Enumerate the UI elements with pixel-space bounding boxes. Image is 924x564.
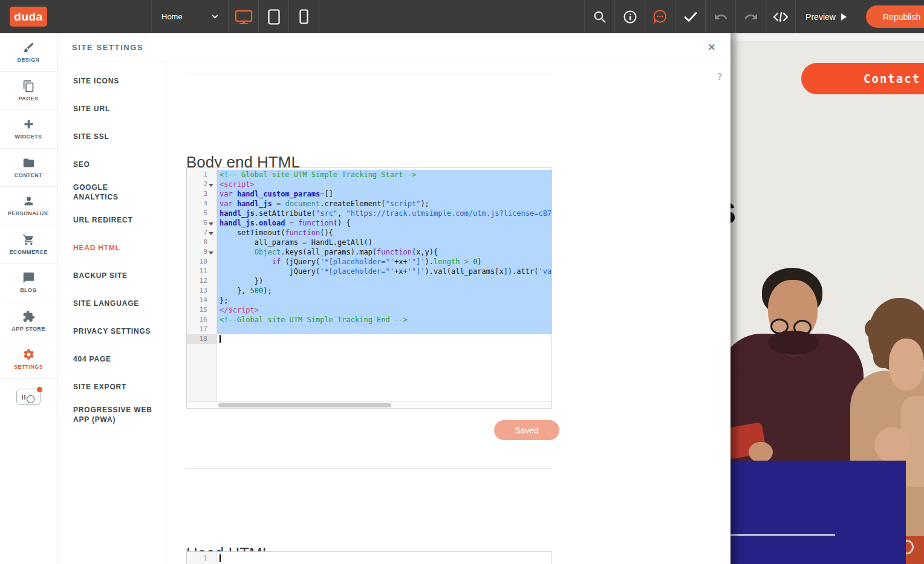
menu-item-pwa[interactable]: PROGRESSIVE WEB APP (PWA) [73, 401, 155, 429]
menu-item-head-html[interactable]: HEAD HTML [73, 234, 155, 262]
line-number: 3 [203, 189, 207, 199]
sidebar-tour-item: II [0, 379, 57, 415]
line-number: 1 [203, 170, 207, 180]
sidebar-item-design[interactable]: DESIGN [0, 33, 57, 72]
line-number: 15 [200, 305, 207, 315]
chevron-down-icon [212, 15, 218, 19]
menu-item-site-export[interactable]: SITE EXPORT [73, 373, 155, 401]
menu-item-backup-site[interactable]: BACKUP SITE [73, 262, 155, 290]
preview-heading-fragment: s [730, 187, 737, 233]
desktop-view-button[interactable] [229, 0, 259, 33]
puzzle-icon [22, 310, 35, 323]
sidebar-item-pages[interactable]: PAGES [0, 72, 57, 111]
line-number: 11 [200, 267, 207, 276]
fold-arrow-icon[interactable] [209, 251, 213, 254]
republish-button[interactable]: Republish [866, 5, 924, 28]
site-settings-panel: SITE SETTINGS ✕ SITE ICONS SITE URL SITE… [57, 33, 730, 564]
info-icon [623, 10, 637, 24]
sidebar-item-settings[interactable]: SETTINGS [0, 340, 57, 379]
code-line: 1<!-- Global site UTM Simple Tracking St… [187, 170, 551, 180]
head-code-editor[interactable]: 1 [186, 551, 552, 564]
search-icon [593, 10, 607, 24]
code-line: 2<script> [187, 180, 551, 189]
line-number: 8 [203, 238, 207, 247]
menu-item-404-page[interactable]: 404 PAGE [73, 345, 155, 373]
menu-item-site-language[interactable]: SITE LANGUAGE [73, 290, 155, 317]
menu-item-site-icons[interactable]: SITE ICONS [73, 67, 155, 95]
person-icon [22, 195, 35, 207]
desktop-icon [235, 9, 253, 25]
saved-button[interactable]: Saved [494, 420, 559, 440]
page-selector-dropdown[interactable]: Home [151, 0, 229, 33]
code-line: 5handl_js.setAttribute("src", "https://t… [187, 209, 551, 218]
search-button[interactable] [584, 0, 614, 33]
line-number: 6 [203, 218, 207, 228]
dev-mode-button[interactable] [766, 0, 796, 33]
body-end-code-editor[interactable]: 1<!-- Global site UTM Simple Tracking St… [186, 167, 552, 409]
coin-icon [25, 394, 36, 404]
code-line: 7 setTimeout(function(){ [187, 228, 551, 238]
sidebar-item-blog[interactable]: BLOG [0, 264, 57, 302]
info-button[interactable] [614, 0, 645, 33]
menu-item-privacy-settings[interactable]: PRIVACY SETTINGS [73, 317, 155, 345]
approve-button[interactable] [675, 0, 705, 33]
code-line: 1 [187, 554, 551, 563]
code-line: 16<!--Global site UTM Simple Tracking En… [187, 315, 551, 325]
sidebar-item-content[interactable]: CONTENT [0, 149, 57, 187]
code-line: 8 all_params = HandL.getAll() [187, 238, 551, 247]
line-number: 4 [203, 199, 207, 209]
menu-item-url-redirect[interactable]: URL REDIRECT [73, 206, 155, 234]
top-toolbar: duda Home [0, 0, 924, 33]
undo-button[interactable] [705, 0, 735, 33]
brush-icon [22, 41, 35, 54]
menu-item-seo[interactable]: SEO [73, 151, 155, 178]
menu-item-site-ssl[interactable]: SITE SSL [73, 123, 155, 151]
contact-us-button[interactable]: Contact us [801, 63, 924, 94]
code-line: 13 }, 500); [187, 286, 551, 296]
tablet-view-button[interactable] [259, 0, 289, 33]
mobile-icon [299, 9, 308, 24]
line-number: 16 [200, 315, 207, 325]
line-number: 17 [200, 325, 207, 334]
sidebar-item-personalize[interactable]: PERSONALIZE [0, 187, 57, 225]
walkthrough-button[interactable]: II [16, 389, 41, 405]
notification-dot [37, 387, 42, 392]
code-line: 9 Object.keys(all_params).map(function(x… [187, 247, 551, 257]
panel-header: SITE SETTINGS ✕ [57, 33, 730, 62]
sidebar-item-app-store[interactable]: APP STORE [0, 302, 57, 341]
mobile-view-button[interactable] [289, 0, 319, 33]
fold-arrow-icon[interactable] [209, 184, 213, 187]
fold-arrow-icon[interactable] [209, 222, 213, 225]
menu-item-site-url[interactable]: SITE URL [73, 95, 155, 123]
line-number: 7 [203, 228, 207, 238]
line-number: 1 [203, 554, 207, 563]
comments-button[interactable] [645, 0, 675, 33]
folder-icon [22, 157, 35, 169]
help-icon[interactable]: ? [717, 71, 722, 82]
line-number: 13 [200, 286, 207, 296]
preview-button[interactable]: Preview [796, 0, 856, 33]
line-number: 10 [200, 257, 207, 267]
editor-sidebar: DESIGN PAGES WIDGETS CONTENT PERSONALIZE… [0, 33, 57, 564]
photo-woman-hand [874, 427, 909, 462]
section-divider [186, 468, 552, 469]
close-icon[interactable]: ✕ [708, 41, 716, 54]
menu-item-google-analytics[interactable]: GOOGLE ANALYTICS [73, 178, 155, 206]
fold-arrow-icon[interactable] [209, 232, 213, 235]
sidebar-item-widgets[interactable]: WIDGETS [0, 110, 57, 149]
sidebar-item-ecommerce[interactable]: ECOMMERCE [0, 225, 57, 264]
site-preview-canvas: s Contact us [730, 33, 924, 564]
settings-content: ? Body end HTML Enter your own custom HT… [166, 62, 730, 564]
section-divider [186, 74, 552, 74]
panel-title: SITE SETTINGS [72, 43, 143, 52]
text-cursor [220, 554, 221, 562]
duda-logo[interactable]: duda [10, 7, 47, 27]
photo-woman-hair [865, 319, 885, 339]
line-number: 12 [200, 276, 207, 286]
code-line: 17 [187, 325, 551, 334]
code-icon [773, 11, 789, 23]
horizontal-scrollbar-thumb[interactable] [218, 403, 391, 407]
redo-button[interactable] [735, 0, 766, 33]
settings-menu: SITE ICONS SITE URL SITE SSL SEO GOOGLE … [57, 62, 166, 564]
photo-woman-face [889, 339, 924, 391]
